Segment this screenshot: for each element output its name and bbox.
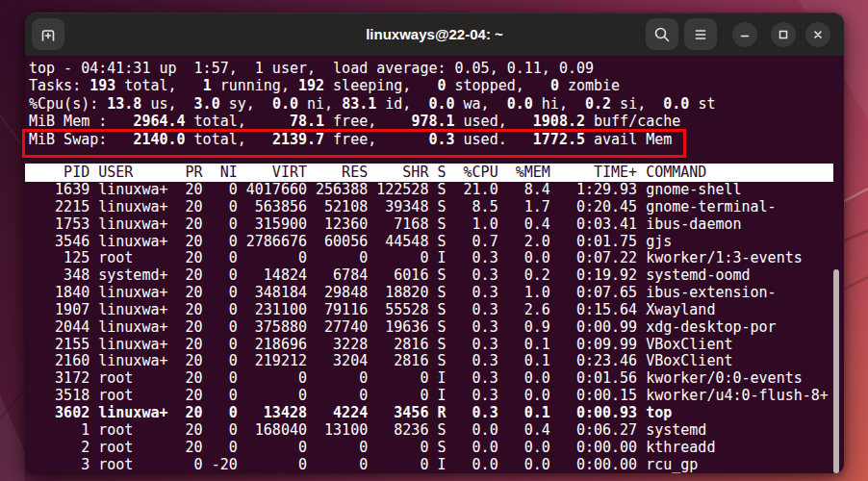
process-row: 2155 linuxwa+ 20 0 218696 3228 2816 S 0.… <box>29 337 829 354</box>
process-rows: 1639 linuxwa+ 20 0 4017660 256388 122528… <box>29 182 829 473</box>
scrollbar-thumb[interactable] <box>833 269 839 473</box>
summary-lines: top - 04:41:31 up 1:57, 1 user, load ave… <box>29 60 715 148</box>
window-title: linuxways@22-04: ~ <box>366 13 503 56</box>
hamburger-menu-icon <box>692 26 709 43</box>
summary-line-1: top - 04:41:31 up 1:57, 1 user, load ave… <box>29 60 715 77</box>
new-tab-icon <box>38 25 58 44</box>
close-icon <box>810 27 826 42</box>
minimize-button[interactable] <box>732 22 757 47</box>
process-row: 1907 linuxwa+ 20 0 231100 79116 55528 S … <box>29 302 829 319</box>
process-row: 1639 linuxwa+ 20 0 4017660 256388 122528… <box>29 182 829 199</box>
process-row: 3602 linuxwa+ 20 0 13428 4224 3456 R 0.3… <box>29 405 829 422</box>
process-row: 3518 root 20 0 0 0 0 I 0.3 0.0 0:00.15 k… <box>29 388 829 405</box>
process-row: 1 root 20 0 168040 13100 8236 S 0.0 0.4 … <box>29 422 829 440</box>
terminal-content: top - 04:41:31 up 1:57, 1 user, load ave… <box>25 56 844 473</box>
terminal-window: linuxways@22-04: ~ <box>25 13 844 473</box>
process-row: 2160 linuxwa+ 20 0 219212 3204 2816 S 0.… <box>29 353 829 370</box>
search-icon <box>653 26 671 43</box>
summary-line-5: MiB Swap: 2140.0 total, 2139.7 free, 0.3… <box>29 131 715 148</box>
process-row: 348 systemd+ 20 0 14824 6784 6016 S 0.3 … <box>29 267 829 285</box>
desktop-wallpaper: linuxways@22-04: ~ <box>0 0 868 481</box>
close-button[interactable] <box>805 22 830 47</box>
titlebar[interactable]: linuxways@22-04: ~ <box>25 13 844 56</box>
process-row: 3 root 0 -20 0 0 0 I 0.0 0.0 0:00.00 rcu… <box>29 457 829 474</box>
summary-line-2: Tasks: 193 total, 1 running, 192 sleepin… <box>29 77 715 94</box>
process-row: 1753 linuxwa+ 20 0 315900 12360 7168 S 1… <box>29 216 829 234</box>
maximize-button[interactable] <box>771 22 796 47</box>
process-table-header: PID USER PR NI VIRT RES SHR S %CPU %MEM … <box>25 164 833 182</box>
new-tab-button[interactable] <box>32 18 64 50</box>
menu-button[interactable] <box>684 18 717 50</box>
summary-line-3: %Cpu(s): 13.8 us, 3.0 sy, 0.0 ni, 83.1 i… <box>29 95 715 113</box>
summary-line-4: MiB Mem : 2964.4 total, 78.1 free, 978.1… <box>29 113 715 130</box>
process-row: 125 root 20 0 0 0 0 I 0.3 0.0 0:07.22 kw… <box>29 250 829 267</box>
process-row: 2 root 20 0 0 0 0 S 0.0 0.0 0:00.00 kthr… <box>29 440 829 457</box>
maximize-icon <box>776 27 791 42</box>
minimize-icon <box>737 27 753 42</box>
process-row: 3546 linuxwa+ 20 0 2786676 60056 44548 S… <box>29 234 829 251</box>
process-row: 2215 linuxwa+ 20 0 563856 52108 39348 S … <box>29 199 829 216</box>
search-button[interactable] <box>646 18 678 50</box>
process-row: 2044 linuxwa+ 20 0 375880 27740 19636 S … <box>29 319 829 337</box>
process-row: 3172 root 20 0 0 0 0 I 0.3 0.0 0:01.56 k… <box>29 370 829 388</box>
process-row: 1840 linuxwa+ 20 0 348184 29848 18820 S … <box>29 285 829 302</box>
